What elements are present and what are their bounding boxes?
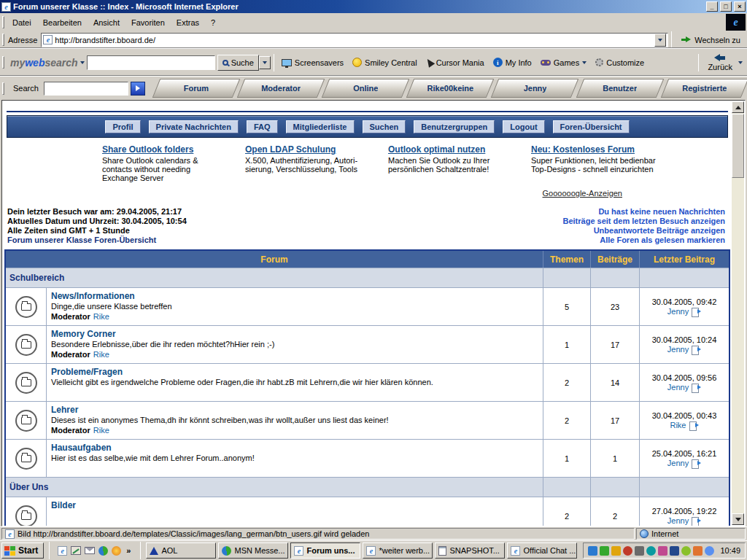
tray-icon[interactable] [705,546,714,556]
forum-index-link[interactable]: Forum unserer Klasse Foren-Übersicht [7,236,156,244]
chevron-down-icon[interactable] [80,61,85,64]
menu-extras[interactable]: Extras [171,17,205,28]
menu-bearbeiten[interactable]: Bearbeiten [37,17,88,28]
new-posts-link[interactable]: Beiträge seit dem letzten Besuch anzeige… [562,217,725,225]
back-button[interactable]: Zurück [702,53,738,72]
category-link-schulbereich[interactable]: Schulbereich [6,268,543,287]
suche-button[interactable]: Suche [217,55,259,71]
maximize-button[interactable]: □ [720,1,732,12]
cursor-mania-button[interactable]: Cursor Mania [422,56,489,69]
menu-ansicht[interactable]: Ansicht [88,17,125,28]
tray-icon[interactable] [681,546,691,556]
latest-post-icon[interactable] [692,459,701,467]
mail-icon[interactable] [85,547,95,554]
show-desktop-icon[interactable] [71,546,81,555]
ads-caption-link[interactable]: Goooooogle-Anzeigen [543,189,622,198]
unanswered-posts-link[interactable]: Unbeantwortete Beiträge anzeigen [562,226,725,235]
ad-link[interactable]: Open LDAP Schulung [245,144,371,155]
profil-button[interactable]: Profil [105,120,140,133]
toolbar-grip[interactable] [2,56,4,69]
mws-search-input[interactable] [88,56,214,69]
forum-link[interactable]: News/Informationen [51,291,135,301]
search-input[interactable] [44,82,128,95]
ad-link[interactable]: Neu: Kostenloses Forum [531,144,657,155]
forum-link[interactable]: Lehrer [51,405,78,415]
forum-link[interactable]: Bilder [51,500,76,510]
tray-icon[interactable] [635,546,644,556]
tray-icon[interactable] [588,546,597,556]
go-button[interactable]: Wechseln zu [675,32,747,47]
address-dropdown-button[interactable] [654,34,666,47]
scroll-up-button[interactable] [732,101,744,113]
tab-registrierte[interactable]: Registrierte [662,79,747,98]
tray-icon[interactable] [623,546,632,556]
latest-post-icon[interactable] [692,384,701,392]
overflow-chevron-icon[interactable]: » [125,546,132,555]
last-post-user-link[interactable]: Rike [670,421,686,429]
foren-uebersicht-button[interactable]: Foren-Übersicht [553,120,630,133]
toolbar-grip[interactable] [2,34,4,46]
task-weiter-werb[interactable]: e *weiter werb... [363,542,433,559]
tab-benutzer[interactable]: Benutzer [578,79,662,98]
task-msn-messenger[interactable]: MSN Messe... [218,542,288,559]
task-official-chat[interactable]: e Official Chat ... [507,542,577,559]
task-snapshot[interactable]: SNAPSHOT... [435,542,505,559]
moderator-link[interactable]: Rike [93,426,109,435]
chevron-down-icon[interactable] [738,61,743,64]
games-button[interactable]: Games [536,56,591,69]
forum-link[interactable]: Hausaufgaben [51,443,112,453]
latest-post-icon[interactable] [692,517,701,525]
latest-post-icon[interactable] [692,308,701,316]
suchen-button[interactable]: Suchen [363,120,406,133]
ie-quicklaunch-icon[interactable]: e [58,546,67,556]
faq-button[interactable]: FAQ [247,120,278,133]
benutzergruppen-button[interactable]: Benutzergruppen [414,120,495,133]
mark-read-link[interactable]: Alle Foren als gelesen markieren [562,236,725,244]
tray-icon[interactable] [658,546,667,556]
suche-dropdown-button[interactable] [259,56,271,69]
tray-icon[interactable] [693,546,703,556]
tab-rike00keine[interactable]: Rike00keine [408,79,492,98]
smiley-central-button[interactable]: Smiley Central [348,55,422,69]
address-input[interactable] [55,34,652,46]
scrollbar-thumb[interactable] [732,114,744,178]
messenger-icon[interactable] [98,546,108,556]
tray-icon[interactable] [670,546,679,556]
tray-icon[interactable] [611,546,621,556]
minimize-button[interactable]: _ [706,1,718,12]
moderator-link[interactable]: Rike [93,350,109,359]
last-post-user-link[interactable]: Jenny [667,307,689,316]
logout-button[interactable]: Logout [503,120,544,133]
moderator-link[interactable]: Rike [93,312,109,321]
task-aol[interactable]: AOL [146,542,216,559]
toolbar-grip[interactable] [2,16,4,28]
tab-online[interactable]: Online [323,79,408,98]
last-post-user-link[interactable]: Jenny [667,383,689,392]
scroll-down-button[interactable] [732,513,744,525]
messages-link[interactable]: Du hast keine neuen Nachrichten [562,207,725,216]
tray-icon[interactable] [600,546,609,556]
tab-forum[interactable]: Forum [154,79,239,98]
task-forum-active[interactable]: e Forum uns... [290,542,360,559]
forum-link[interactable]: Probleme/Fragen [51,367,123,377]
category-link-ueber-uns[interactable]: Über Uns [6,478,543,497]
search-go-button[interactable] [131,82,145,96]
last-post-user-link[interactable]: Jenny [667,345,689,354]
start-button[interactable]: Start [1,542,44,559]
latest-post-icon[interactable] [689,421,699,429]
ad-link[interactable]: Outlook optimal nutzen [388,144,514,155]
last-post-user-link[interactable]: Jenny [667,459,689,467]
ad-link[interactable]: Share Outlook folders [102,144,228,155]
menu-hilfe[interactable]: ? [205,17,221,28]
close-button[interactable]: × [734,1,746,12]
menu-datei[interactable]: Datei [7,17,37,28]
forum-link[interactable]: Memory Corner [51,329,116,339]
screensavers-button[interactable]: Screensavers [277,56,348,69]
toolbar-grip[interactable] [2,82,4,95]
media-player-icon[interactable] [112,546,121,556]
my-info-button[interactable]: i My Info [489,55,536,69]
tab-moderator[interactable]: Moderator [239,79,323,98]
latest-post-icon[interactable] [692,346,701,354]
menu-favoriten[interactable]: Favoriten [125,17,171,28]
private-nachrichten-button[interactable]: Private Nachrichten [149,120,239,133]
